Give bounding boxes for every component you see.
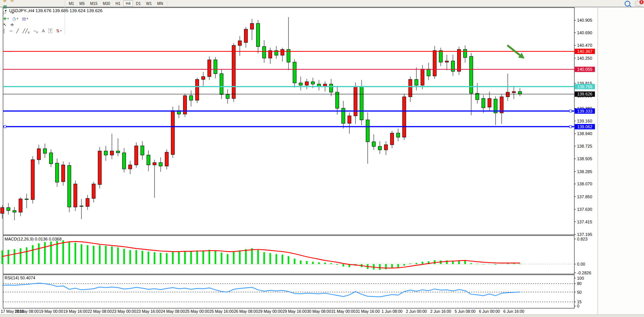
candle-body [445,61,449,62]
candle-body [98,151,102,185]
price-tick-label: 138.505 [577,156,592,161]
price-chart-canvas[interactable]: 140.905140.690140.470140.250140.035139.8… [0,0,644,317]
macd-axis-label: -0.2826 [577,271,591,275]
periods-button[interactable]: ◷▾ [11,16,20,22]
candle-body [49,153,53,164]
zoom-out-button[interactable]: ⊖ [9,0,15,4]
template-chart-icon: ▤ [22,16,26,21]
chart-shift-button[interactable]: ⇥ [8,10,15,16]
time-tick-label: 23 May 16:00 [136,309,161,314]
time-tick-label: 5 Jun 08:00 [455,309,476,314]
templates-button-dropdown[interactable]: ▾ [27,17,28,20]
text-button[interactable]: A [40,28,46,34]
candle-body [74,184,77,207]
rsi-axis-label: 100 [577,276,584,280]
timeframe-m1[interactable]: M1 [67,0,77,6]
candle-body [165,152,169,166]
notifications-icon[interactable]: 1 [635,1,642,6]
timeframe-w1[interactable]: W1 [144,0,154,6]
timeframe-toolbar: M1M5M15M30H1H4D1W1MN [65,0,167,6]
trendline-icon: ╱ [16,28,19,33]
macd-label: MACD(12,26,9) 0.0136 0.0368 [5,237,62,241]
time-tick-label: 30 May 08:00 [307,309,331,314]
candle-body [506,92,510,97]
candle-body [238,41,242,45]
price-tick-label: 138.725 [577,144,592,148]
candle-body [378,147,382,150]
hline-handle[interactable] [569,126,572,128]
main-toolbar: ⊞新订单✎☁◉▣自动交易∥◫∿⊕⊖▦▷⇥✚▾◷▾▤▾↖✛│─╱╱╱E┄FAT⇅▾… [0,0,644,7]
price-tick-label: 138.285 [577,169,592,174]
candle-body [250,24,254,29]
price-badge-label: 139.626 [577,92,593,96]
toolbar-group: ↖✛ [0,22,65,28]
candle-body [421,69,424,85]
candle-body [512,92,516,93]
candle-body [110,151,114,155]
timeframe-m30[interactable]: M30 [100,0,112,6]
time-tick-label: 31 May 00:00 [331,309,355,314]
candle-body [305,82,309,85]
candle-body [92,184,96,198]
tile-windows-button[interactable]: ▦ [2,3,8,10]
candle-body [220,74,223,95]
search-icon[interactable] [625,1,630,6]
candle-body [104,151,108,155]
horizontal-line-button[interactable]: ─ [8,28,14,34]
crosshair-button[interactable]: ✛ [9,22,15,28]
time-axis[interactable]: 17 May 202318 May 08:0019 May 00:0019 Ma… [1,309,524,314]
timeframe-m5[interactable]: M5 [77,0,87,6]
price-tick-label: 137.630 [577,207,592,212]
time-tick-label: 18 May 08:00 [14,309,39,314]
timeframe-mn[interactable]: MN [155,0,166,6]
fibonacci-button[interactable]: ┄F [32,28,40,34]
price-badge-label: 140.367 [577,49,593,54]
timeframe-h1[interactable]: H1 [113,0,123,6]
hline-handle[interactable] [4,126,6,128]
indicators-button[interactable]: ✚▾ [2,16,10,22]
vertical-line-button[interactable]: │ [2,28,7,34]
timeframe-h4[interactable]: H4 [123,0,133,6]
candle-body [439,51,443,62]
auto-scroll-button[interactable]: ▷ [2,10,8,16]
chart-shift-icon: ⇥ [10,10,13,15]
zoom-out-icon: ⊖ [10,0,14,3]
templates-button[interactable]: ▤▾ [21,16,30,22]
candle-body [214,60,217,73]
candle-body [56,163,59,182]
arrows-button[interactable]: ⇅▾ [54,28,63,34]
fibonacci-icon: ┄ [33,28,36,33]
price-tick-label: 140.470 [577,43,592,48]
text-label-icon: T [48,29,52,33]
candle-body [451,61,455,71]
panel-border [3,236,574,274]
price-tick-label: 140.250 [577,56,592,61]
candle-body [43,149,47,153]
candle-body [116,151,120,153]
candle-body [171,111,175,155]
time-tick-label: 31 May 16:00 [355,309,380,314]
candle-body [427,69,430,76]
timeframe-d1[interactable]: D1 [134,0,143,6]
timeframe-m15[interactable]: M15 [88,0,100,6]
time-tick-label: 29 May 00:00 [258,309,282,314]
text-label-button[interactable]: T [47,28,54,34]
candle-body [482,99,485,108]
candle-body [37,149,41,160]
channel-button[interactable]: ╱╱E [21,28,31,34]
price-badge-label: 139.756 [577,84,593,89]
toolbar-group: ✚▾◷▾▤▾ [0,16,65,22]
trendline-button[interactable]: ╱ [15,28,21,34]
time-tick-label: 22 May 08:00 [88,309,112,314]
candle-body [330,84,333,92]
cursor-button[interactable]: ↖ [2,22,8,28]
hline-handle[interactable] [569,110,572,112]
indicators-button-dropdown[interactable]: ▾ [7,17,9,20]
macd-axis-label: 0.00 [577,262,585,266]
indicators-plus-icon: ✚ [3,16,6,21]
tile-windows-icon: ▦ [3,4,7,9]
price-tick-label: 138.940 [577,131,592,136]
arrows-button-dropdown[interactable]: ▾ [60,29,62,32]
periods-button-dropdown[interactable]: ▾ [17,17,18,20]
candle-body [25,199,29,200]
